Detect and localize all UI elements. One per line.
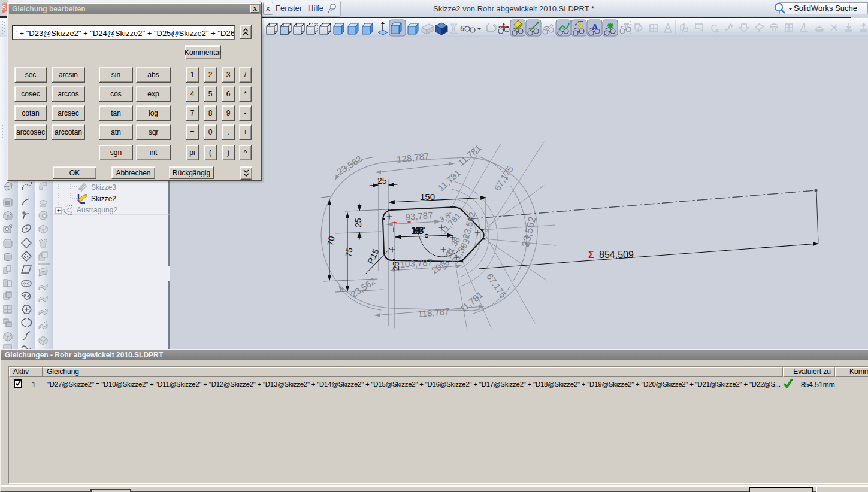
svg-text:25: 25 [353,218,363,227]
svg-text:67,175: 67,175 [492,164,515,193]
svg-text:128,787: 128,787 [396,150,430,164]
svg-text:25: 25 [391,261,401,271]
svg-text:854,509: 854,509 [599,250,634,260]
svg-text:25: 25 [377,176,387,186]
svg-text:6: 6 [460,24,465,33]
svg-text:67,175: 67,175 [485,271,509,300]
svg-text:150: 150 [420,192,435,202]
svg-text:70: 70 [325,235,336,246]
svg-text:Σ: Σ [588,250,594,260]
svg-text:A: A [592,22,598,32]
svg-text:118,787: 118,787 [418,306,450,319]
svg-text:11,781: 11,781 [456,143,483,168]
svg-text:75: 75 [343,247,354,257]
svg-text:93,787: 93,787 [405,210,433,222]
svg-text:103,787: 103,787 [400,257,433,269]
svg-text:45°: 45° [415,225,425,234]
svg-text:23,562: 23,562 [335,153,364,177]
svg-text:11,781: 11,781 [436,168,463,193]
svg-text:S: S [2,4,7,12]
